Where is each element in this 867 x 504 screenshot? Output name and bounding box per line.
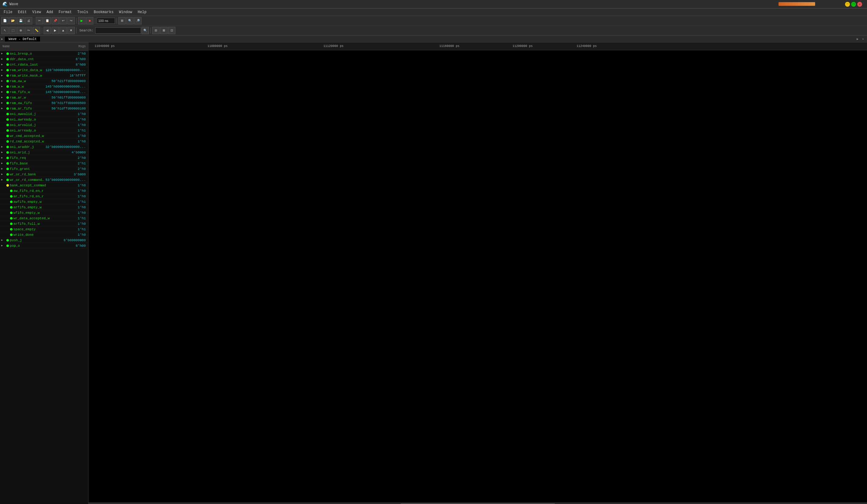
signal-expand-icon[interactable]: ▶: [1, 96, 6, 99]
signal-row[interactable]: ▶ram_aw_w50'h21ffd00000000: [0, 78, 88, 84]
signal-row[interactable]: ▶fifo_base2'h1: [0, 161, 88, 166]
zoom-fit-all-button[interactable]: ⊟: [152, 27, 160, 34]
close-button[interactable]: ✕: [857, 2, 862, 7]
search-button[interactable]: 🔍: [141, 27, 149, 34]
signal-row[interactable]: wfifo_empty_w1'h0: [0, 210, 88, 216]
signal-row[interactable]: ▶axi_araddr_j32'b0000000000000...: [0, 144, 88, 150]
signal-row[interactable]: wr_cmd_accepted_w1'h0: [0, 133, 88, 139]
nav-up-button[interactable]: ▲: [60, 27, 67, 34]
signal-expand-icon[interactable]: ▶: [1, 63, 6, 66]
tab-close-icon[interactable]: ✕: [860, 36, 866, 42]
signal-expand-icon[interactable]: ▶: [1, 57, 6, 61]
signal-row[interactable]: ▶fifo_grant2'h0: [0, 166, 88, 172]
nav-down-button[interactable]: ▼: [67, 27, 75, 34]
signal-expand-icon[interactable]: ▶: [1, 107, 6, 110]
signal-row[interactable]: rd_cmd_accepted_w1'h0: [0, 139, 88, 144]
redo-button[interactable]: ↪: [67, 17, 75, 24]
menu-help[interactable]: Help: [135, 9, 149, 15]
signal-expand-icon[interactable]: ▶: [1, 145, 6, 149]
signal-expand-icon[interactable]: ▶: [1, 178, 6, 182]
signal-expand-icon[interactable]: ▶: [1, 101, 6, 105]
tab-expand-icon[interactable]: ▶: [855, 36, 860, 42]
wave-canvas[interactable]: 11040000 ps 11080000 ps 11120000 ps 1116…: [88, 42, 867, 503]
signal-row[interactable]: awfifo_empty_w1'h1: [0, 199, 88, 205]
menu-window[interactable]: Window: [117, 9, 135, 15]
paste-button[interactable]: 📌: [52, 17, 59, 24]
menu-add[interactable]: Add: [44, 9, 55, 15]
signal-row[interactable]: arfifo_empty_w1'h0: [0, 205, 88, 210]
signal-row[interactable]: axi_arvalid_j1'h0: [0, 122, 88, 128]
measure-button[interactable]: 📏: [33, 27, 40, 34]
signal-expand-icon[interactable]: ▶: [1, 90, 6, 94]
select-button[interactable]: ⬚: [9, 27, 17, 34]
signal-row[interactable]: ▶ram_aw_fifo50'h31ffd00000500: [0, 100, 88, 106]
menu-bookmarks[interactable]: Bookmarks: [91, 9, 116, 15]
copy-button[interactable]: 📋: [44, 17, 51, 24]
signal-row[interactable]: space_empty1'h1: [0, 227, 88, 232]
signal-expand-icon[interactable]: ▶: [1, 52, 6, 55]
signal-row[interactable]: ▶ram_ar_fifo50'h1dffd00000100: [0, 106, 88, 111]
zoom-in-button[interactable]: 🔍: [126, 17, 133, 24]
new-button[interactable]: 📄: [1, 17, 9, 24]
signal-expand-icon[interactable]: ▶: [1, 151, 6, 154]
signal-expand-icon[interactable]: ▶: [1, 244, 6, 247]
signal-expand-icon[interactable]: ▶: [1, 85, 6, 88]
signal-row[interactable]: ▶ram_w_w145'h000000000000...: [0, 84, 88, 89]
time-step-input[interactable]: [97, 18, 115, 24]
signal-expand-icon[interactable]: ▶: [1, 162, 6, 165]
signal-expand-icon[interactable]: ▶: [1, 156, 6, 160]
signal-row[interactable]: ▶ram_fifo_w145'h000000000000...: [0, 89, 88, 95]
signal-row[interactable]: ▶fifo_req2'h0: [0, 155, 88, 161]
zoom-full-button[interactable]: ⊠: [160, 27, 168, 34]
signal-row[interactable]: ▶push_j8'b00000000: [0, 238, 88, 243]
search-input[interactable]: [95, 28, 141, 34]
signal-expand-icon[interactable]: ▶: [1, 239, 6, 242]
signal-row[interactable]: ▶axi_bresp_o2'h0: [0, 51, 88, 56]
menu-edit[interactable]: Edit: [15, 9, 29, 15]
signal-expand-icon[interactable]: ▶: [1, 173, 6, 176]
cursor-button[interactable]: ↖: [1, 27, 9, 34]
stop-button[interactable]: ■: [86, 17, 93, 24]
zoom-region-button[interactable]: ⊕: [17, 27, 24, 34]
signal-row[interactable]: ar_fifo_rd_en_r1'h0: [0, 194, 88, 199]
signal-row[interactable]: ▶ddr_data_cnt8'h00: [0, 56, 88, 62]
signal-expand-icon[interactable]: ▶: [1, 79, 6, 83]
zoom-out-button[interactable]: 🔎: [134, 17, 141, 24]
signal-row[interactable]: aw_fifo_rd_en_r1'h0: [0, 188, 88, 194]
print-button[interactable]: 🖨: [25, 17, 32, 24]
open-button[interactable]: 📂: [9, 17, 17, 24]
menu-tools[interactable]: Tools: [75, 9, 90, 15]
signal-row[interactable]: ▶ram_write_mask_w16'hffff: [0, 73, 88, 78]
signal-row[interactable]: ▶ram_write_data_w128'h000000000000...: [0, 67, 88, 73]
signal-expand-icon[interactable]: ▶: [1, 167, 6, 171]
horizontal-scrollbar[interactable]: [88, 503, 867, 504]
signal-row[interactable]: ▶wr_or_rd_command...53'b0000000000000...: [0, 177, 88, 183]
signal-row[interactable]: axi_awready_o1'h0: [0, 117, 88, 122]
minimize-button[interactable]: ─: [845, 2, 850, 7]
signal-row[interactable]: write_done1'h0: [0, 232, 88, 238]
tab-wave-default[interactable]: Wave - Default: [5, 36, 41, 42]
nav-next-button[interactable]: ▶: [52, 27, 59, 34]
signal-row[interactable]: ▶pop_o8'h00: [0, 243, 88, 249]
menu-view[interactable]: View: [30, 9, 44, 15]
undo-button[interactable]: ↩: [60, 17, 67, 24]
signal-expand-icon[interactable]: ▶: [1, 68, 6, 72]
signal-row[interactable]: arfifo_full_w1'h0: [0, 221, 88, 227]
signal-row[interactable]: ▶ram_ar_w50'h01ffd00000000: [0, 95, 88, 100]
signal-row[interactable]: ▶axi_arid_j4'b0000: [0, 150, 88, 155]
menu-format[interactable]: Format: [56, 9, 74, 15]
signal-row[interactable]: ▶wr_or_rd_bank3'b000: [0, 172, 88, 177]
signal-expand-icon[interactable]: ▶: [1, 74, 6, 77]
run-button[interactable]: ▶: [78, 17, 85, 24]
signal-row[interactable]: ▶cnt_rdata_last8'h00: [0, 62, 88, 67]
signal-row[interactable]: axi_arready_o1'h1: [0, 128, 88, 133]
wave-button[interactable]: 〜: [25, 27, 32, 34]
save-button[interactable]: 💾: [17, 17, 24, 24]
signal-row[interactable]: wr_data_accepted_w1'h1: [0, 216, 88, 221]
signal-row[interactable]: bank_accept_commad1'h0: [0, 183, 88, 188]
zoom-sel-button[interactable]: ⊡: [168, 27, 175, 34]
menu-file[interactable]: File: [1, 9, 15, 15]
cut-button[interactable]: ✂: [36, 17, 43, 24]
nav-prev-button[interactable]: ◀: [44, 27, 51, 34]
wave-panel[interactable]: 11040000 ps 11080000 ps 11120000 ps 1116…: [88, 42, 867, 504]
